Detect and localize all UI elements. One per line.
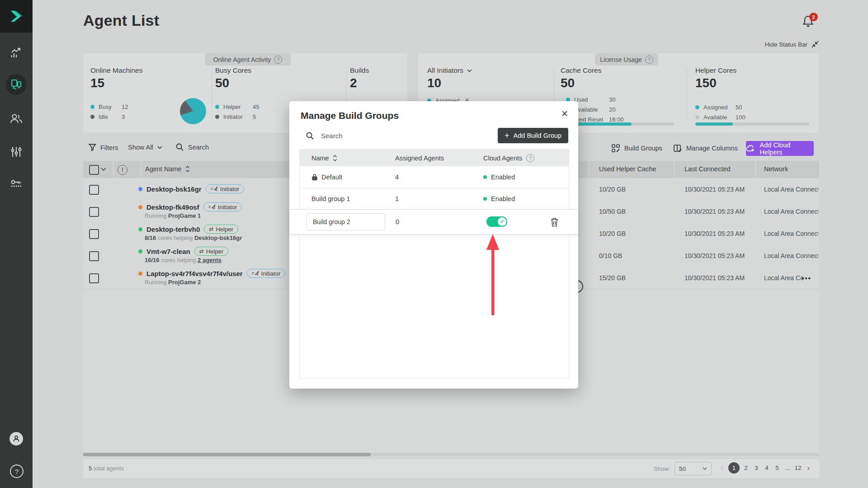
page-button-12[interactable]: 12 [794, 462, 802, 474]
show-label: Show: [654, 465, 670, 472]
cache-cell: 10/20 GB [599, 222, 626, 244]
build-group-name-input[interactable] [307, 213, 385, 230]
page-size-select[interactable]: 50 [675, 462, 712, 475]
horizontal-scrollbar-thumb[interactable] [83, 453, 371, 456]
sidebar-item-settings[interactable] [0, 141, 33, 162]
chevron-down-icon [157, 146, 162, 149]
connected-cell: 10/30/2021 05:23 AM [684, 222, 745, 244]
assigned-count: 0 [396, 210, 399, 234]
connected-cell: 10/30/2021 05:23 AM [684, 244, 745, 267]
status-dot [138, 272, 142, 276]
busy-cores-value: 50 [215, 76, 229, 90]
helper-dot [215, 105, 219, 109]
agent-subtext: 8/16 cores helping Desktop-bsk16gr [145, 235, 242, 241]
agent-subtext: Running ProjGame 1 [145, 212, 201, 219]
table-search-button[interactable]: Search [175, 143, 209, 151]
add-cloud-helpers-button[interactable]: Add Cloud Helpers [746, 141, 814, 156]
page-button-4[interactable]: 4 [763, 462, 771, 474]
row-checkbox[interactable] [89, 207, 99, 217]
cache-cores-label: Cache Cores [561, 66, 601, 75]
modal-title: Manage Build Groups [301, 110, 399, 121]
sidebar-item-license[interactable] [0, 174, 33, 195]
add-build-group-button[interactable]: Add Build Group [498, 128, 568, 143]
person-icon [12, 435, 20, 443]
cloud-agents-header: Cloud Agents ? [483, 150, 534, 166]
hide-status-bar-button[interactable]: Hide Status Bar [746, 40, 819, 49]
help-question-icon[interactable]: ? [645, 56, 653, 64]
modal-search[interactable] [306, 129, 432, 142]
name-sort[interactable]: Name [311, 150, 337, 166]
agents-link[interactable]: 2 agents [198, 257, 222, 263]
help-question-icon[interactable]: ? [526, 154, 534, 162]
all-initiators-dropdown[interactable]: All Initiators [427, 66, 472, 75]
legend-available: Available 100 [695, 113, 745, 121]
online-machines-value: 15 [90, 76, 104, 90]
build-groups-button[interactable]: Build Groups [611, 144, 662, 153]
build-group-row[interactable]: Build group 1 1 Enabled [300, 188, 569, 210]
sidebar-item-agents[interactable] [0, 74, 33, 95]
filters-button[interactable]: Filters [89, 144, 118, 151]
network-header[interactable]: Network [764, 165, 788, 173]
build-groups-list: Name Assigned Agents Cloud Agents ? Defa… [299, 149, 569, 379]
agent-name: Desktop-bsk16gr [146, 185, 202, 193]
initiator-icon [208, 204, 216, 210]
enabled-dot [483, 175, 487, 179]
key-icon [9, 178, 23, 190]
manage-columns-icon [673, 144, 682, 153]
idle-dot [90, 115, 94, 119]
sidebar-item-dashboard[interactable] [0, 43, 33, 64]
total-agents: 5 total agents [89, 465, 124, 472]
agent-name-sort[interactable]: Agent Name [145, 165, 190, 173]
network-cell: Local Area Connection [764, 178, 818, 200]
agent-name: Desktop-terbvh0 [146, 225, 200, 233]
status-dot [138, 187, 142, 191]
user-avatar[interactable] [9, 432, 23, 446]
cloud-agents-toggle[interactable] [486, 216, 507, 227]
show-all-dropdown[interactable]: Show All [128, 144, 162, 151]
delete-build-group-button[interactable] [548, 216, 561, 228]
help-question-icon[interactable]: ? [274, 56, 282, 64]
page-button-2[interactable]: 2 [742, 462, 750, 474]
build-group-row[interactable]: Default 4 Enabled [300, 166, 569, 188]
notifications-button[interactable]: 2 [802, 14, 817, 30]
legend-initiator: Initiator 5 [215, 113, 256, 120]
modal-search-input[interactable] [320, 131, 421, 140]
row-checkbox[interactable] [89, 185, 99, 195]
manage-columns-button[interactable]: Manage Columns [673, 144, 738, 153]
close-icon[interactable] [558, 107, 571, 120]
online-machines-label: Online Machines [90, 66, 142, 75]
next-page-button[interactable] [804, 462, 812, 474]
initiator-badge: Initiator [203, 202, 242, 211]
used-helper-cache-header[interactable]: Used Helper Cache [599, 165, 656, 173]
help-icon[interactable]: ? [10, 465, 24, 478]
row-checkbox[interactable] [89, 229, 99, 239]
hide-status-bar-label: Hide Status Bar [764, 41, 807, 48]
legend-assigned: Assigned 50 [695, 103, 742, 111]
status-dot [138, 249, 142, 253]
page-button-1[interactable]: 1 [728, 462, 740, 474]
helper-badge: ⇄ Helper [194, 247, 228, 256]
select-all-checkbox[interactable] [89, 165, 99, 175]
page-button-5[interactable]: 5 [773, 462, 781, 474]
agent-name: Desktop-fk49osf [146, 203, 199, 211]
sidebar-item-users[interactable] [0, 108, 33, 129]
connected-cell: 10/30/2021 05:23 AM [684, 200, 745, 222]
row-actions-button[interactable] [797, 273, 816, 283]
all-initiators-value: 10 [427, 76, 441, 90]
page-button-3[interactable]: 3 [752, 462, 760, 474]
prev-page-button[interactable] [718, 462, 726, 474]
annotation-arrow [480, 230, 506, 320]
lock-icon [311, 174, 318, 181]
app-logo[interactable] [0, 0, 33, 33]
connected-cell: 10/30/2021 05:23 AM [684, 267, 745, 289]
status-dot [138, 227, 142, 231]
row-checkbox[interactable] [89, 251, 99, 261]
last-connected-header[interactable]: Last Connected [684, 165, 731, 173]
select-menu-chevron-icon[interactable] [101, 168, 106, 171]
license-panel-chip: License Usage ? [595, 53, 658, 66]
initiator-dot [215, 115, 219, 119]
divider [212, 67, 212, 121]
row-checkbox[interactable] [89, 273, 99, 283]
enabled-dot [483, 197, 487, 201]
connected-cell: 10/30/2021 05:23 AM [684, 178, 745, 200]
